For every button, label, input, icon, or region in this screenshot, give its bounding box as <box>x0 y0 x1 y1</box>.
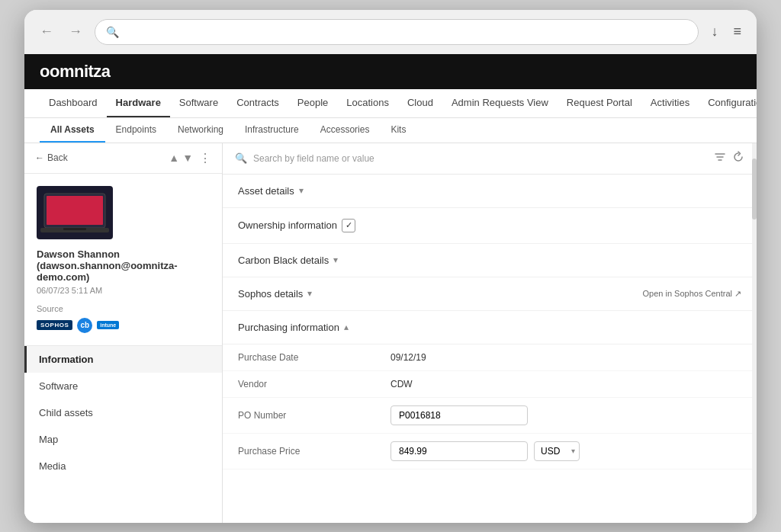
refresh-icon <box>732 151 744 163</box>
asset-card: Dawson Shannon (dawson.shannon@oomnitza-… <box>24 174 222 346</box>
vendor-value: CDW <box>390 379 413 389</box>
sophos-chevron: ▾ <box>307 288 312 299</box>
sidebar-item-software[interactable]: Software <box>24 373 222 399</box>
field-row-po-number: PO Number <box>223 398 757 434</box>
search-icon: 🔍 <box>235 152 247 164</box>
svg-rect-1 <box>47 196 103 225</box>
nav-hardware[interactable]: Hardware <box>107 89 170 117</box>
ownership-checkbox[interactable]: ✓ <box>342 219 355 232</box>
browser-window: ← → 🔍 ↓ ≡ oomnitza Dashboard Hardware So… <box>24 10 757 523</box>
sidebar: ← Back ▲ ▼ ⋮ <box>24 143 223 523</box>
nav-configuration[interactable]: Configuration <box>699 89 757 117</box>
purchasing-chevron: ▴ <box>344 322 349 332</box>
po-number-input[interactable] <box>390 405 528 425</box>
sidebar-item-map[interactable]: Map <box>24 426 222 453</box>
top-nav: oomnitza <box>24 54 757 89</box>
purchasing-title: Purchasing information ▴ <box>238 322 349 333</box>
asset-details-title: Asset details ▾ <box>238 185 304 197</box>
sidebar-toolbar: ← Back ▲ ▼ ⋮ <box>24 143 222 174</box>
sort-up-button[interactable]: ▲ <box>169 152 179 164</box>
nav-contracts[interactable]: Contracts <box>227 89 288 117</box>
asset-image <box>37 186 113 239</box>
more-options-button[interactable]: ⋮ <box>199 151 211 165</box>
carbon-black-icon: cb <box>77 318 92 333</box>
subnav-endpoints[interactable]: Endpoints <box>105 118 167 143</box>
filter-button[interactable] <box>714 151 726 166</box>
svg-rect-3 <box>63 228 86 230</box>
refresh-button[interactable] <box>732 151 744 166</box>
app-logo: oomnitza <box>40 62 111 82</box>
purchase-price-input[interactable] <box>390 441 528 461</box>
sections: Asset details ▾ Ownership information ✓ <box>223 175 757 470</box>
main-nav: Dashboard Hardware Software Contracts Pe… <box>24 89 757 118</box>
nav-people[interactable]: People <box>288 89 337 117</box>
subnav-accessories[interactable]: Accessories <box>310 118 381 143</box>
filter-icon <box>714 151 726 163</box>
asset-owner-name: Dawson Shannon (dawson.shannon@oomnitza-… <box>37 248 210 283</box>
browser-back-button[interactable]: ← <box>37 21 56 43</box>
menu-button[interactable]: ≡ <box>730 21 744 43</box>
main-content: 🔍 Search by field name or value <box>223 143 757 523</box>
field-row-vendor: Vendor CDW <box>223 371 757 398</box>
nav-software[interactable]: Software <box>170 89 227 117</box>
sort-buttons: ▲ ▼ <box>169 152 193 164</box>
download-button[interactable]: ↓ <box>708 21 721 43</box>
address-bar: 🔍 <box>95 19 699 45</box>
source-icons: SOPHOS cb intune <box>37 318 119 333</box>
source-label: Source <box>37 304 63 313</box>
scrollbar-thumb[interactable] <box>752 159 757 220</box>
sidebar-item-information[interactable]: Information <box>24 346 222 373</box>
field-row-purchase-price: Purchase Price USD EUR GBP <box>223 434 757 470</box>
currency-select[interactable]: USD EUR GBP <box>534 441 580 461</box>
search-field: Search by field name or value <box>253 153 708 164</box>
intune-icon: intune <box>97 318 119 333</box>
sidebar-menu: Information Software Child assets Map Me… <box>24 346 222 479</box>
content-toolbar: 🔍 Search by field name or value <box>223 143 757 175</box>
purchasing-section[interactable]: Purchasing information ▴ <box>223 311 757 345</box>
scrollbar-track <box>752 143 757 523</box>
nav-activities[interactable]: Activities <box>641 89 699 117</box>
back-label: Back <box>47 152 68 163</box>
sophos-open-link[interactable]: Open in Sophos Central ↗ <box>643 289 741 299</box>
nav-admin-requests[interactable]: Admin Requests View <box>442 89 558 117</box>
carbon-black-section[interactable]: Carbon Black details ▾ <box>223 244 757 277</box>
nav-locations[interactable]: Locations <box>337 89 398 117</box>
asset-details-chevron: ▾ <box>299 185 304 196</box>
carbon-black-chevron: ▾ <box>333 255 338 265</box>
subnav-all-assets[interactable]: All Assets <box>40 118 105 143</box>
asset-date: 06/07/23 5:11 AM <box>37 286 102 295</box>
nav-request-portal[interactable]: Request Portal <box>558 89 641 117</box>
address-input[interactable] <box>125 26 687 37</box>
purchase-date-label: Purchase Date <box>238 352 390 363</box>
laptop-icon <box>40 190 109 236</box>
search-placeholder: Search by field name or value <box>253 153 374 164</box>
field-row-purchase-date: Purchase Date 09/12/19 <box>223 345 757 371</box>
subnav-networking[interactable]: Networking <box>167 118 234 143</box>
app-container: oomnitza Dashboard Hardware Software Con… <box>24 54 757 523</box>
content-area: ← Back ▲ ▼ ⋮ <box>24 143 757 523</box>
sort-down-button[interactable]: ▼ <box>182 152 193 164</box>
subnav-infrastructure[interactable]: Infrastructure <box>234 118 310 143</box>
sophos-title: Sophos details ▾ <box>238 288 312 300</box>
sophos-row: Sophos details ▾ Open in Sophos Central … <box>238 288 741 300</box>
back-button[interactable]: ← Back <box>35 152 68 163</box>
sophos-section[interactable]: Sophos details ▾ Open in Sophos Central … <box>223 277 757 311</box>
ownership-section[interactable]: Ownership information ✓ <box>223 208 757 244</box>
asset-details-section[interactable]: Asset details ▾ <box>223 175 757 208</box>
subnav-kits[interactable]: Kits <box>380 118 416 143</box>
browser-toolbar: ← → 🔍 ↓ ≡ <box>24 10 757 54</box>
back-icon: ← <box>35 152 44 163</box>
logo-text: oomnitza <box>40 62 111 81</box>
currency-select-wrapper: USD EUR GBP <box>534 441 580 461</box>
nav-cloud[interactable]: Cloud <box>398 89 442 117</box>
po-number-label: PO Number <box>238 410 390 421</box>
purchase-price-label: Purchase Price <box>238 446 390 457</box>
sidebar-item-media[interactable]: Media <box>24 453 222 479</box>
nav-items: Dashboard Hardware Software Contracts Pe… <box>40 89 757 117</box>
nav-dashboard[interactable]: Dashboard <box>40 89 107 117</box>
purchase-date-value: 09/12/19 <box>390 352 426 363</box>
browser-forward-button[interactable]: → <box>66 21 85 43</box>
vendor-label: Vendor <box>238 379 390 389</box>
sidebar-item-child-assets[interactable]: Child assets <box>24 399 222 426</box>
search-icon: 🔍 <box>106 26 119 38</box>
